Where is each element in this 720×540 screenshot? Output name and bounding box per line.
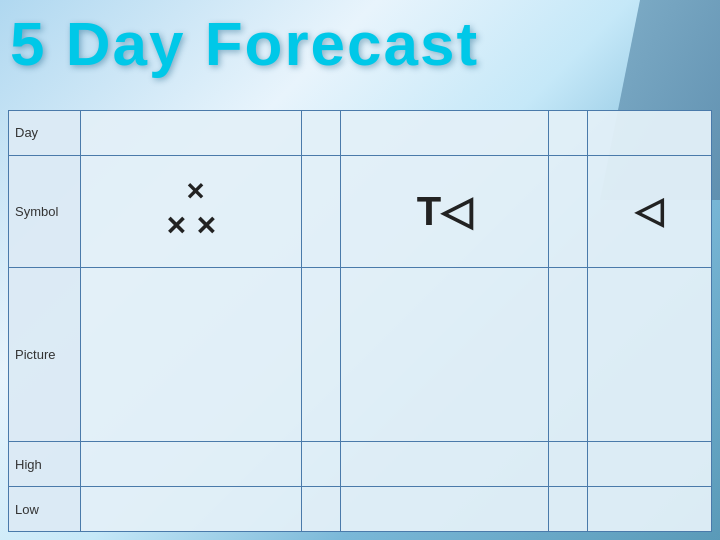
picture-row: Picture (9, 267, 712, 441)
day-cell-3 (341, 111, 548, 156)
low-cell-2 (301, 487, 340, 532)
picture-cell-4 (548, 267, 587, 441)
day-cell-5 (587, 111, 711, 156)
high-label: High (9, 442, 81, 487)
symbol-cell-4 (548, 155, 587, 267)
high-cell-2 (301, 442, 340, 487)
high-cell-4 (548, 442, 587, 487)
symbol-cell-1: ✕ ✕ ✕ (81, 155, 302, 267)
picture-cell-1 (81, 267, 302, 441)
symbol-cell-3: T◁ (341, 155, 548, 267)
forecast-table-wrapper: Day Symbol ✕ ✕ ✕ T◁ ◁ (8, 110, 712, 532)
x-icon-bottom-left: ✕ (165, 211, 187, 242)
high-row: High (9, 442, 712, 487)
low-cell-1 (81, 487, 302, 532)
picture-cell-5 (587, 267, 711, 441)
high-cell-5 (587, 442, 711, 487)
forecast-table: Day Symbol ✕ ✕ ✕ T◁ ◁ (8, 110, 712, 532)
picture-cell-2 (301, 267, 340, 441)
low-row: Low (9, 487, 712, 532)
symbol-cell-2 (301, 155, 340, 267)
day-cell-4 (548, 111, 587, 156)
arrow-left-icon: ◁ (635, 190, 663, 232)
day-label: Day (9, 111, 81, 156)
page-title: 5 Day Forecast (10, 8, 479, 79)
high-cell-3 (341, 442, 548, 487)
high-cell-1 (81, 442, 302, 487)
x-icon-top: ✕ (185, 178, 205, 206)
symbol-cell-5: ◁ (587, 155, 711, 267)
low-label: Low (9, 487, 81, 532)
low-cell-4 (548, 487, 587, 532)
t-arrow-icon: T◁ (417, 191, 472, 231)
picture-label: Picture (9, 267, 81, 441)
day-cell-2 (301, 111, 340, 156)
low-cell-5 (587, 487, 711, 532)
symbol-row: Symbol ✕ ✕ ✕ T◁ ◁ (9, 155, 712, 267)
x-icon-bottom-right: ✕ (195, 211, 217, 242)
low-cell-3 (341, 487, 548, 532)
picture-cell-3 (341, 267, 548, 441)
symbol-label: Symbol (9, 155, 81, 267)
day-cell-1 (81, 111, 302, 156)
day-row: Day (9, 111, 712, 156)
